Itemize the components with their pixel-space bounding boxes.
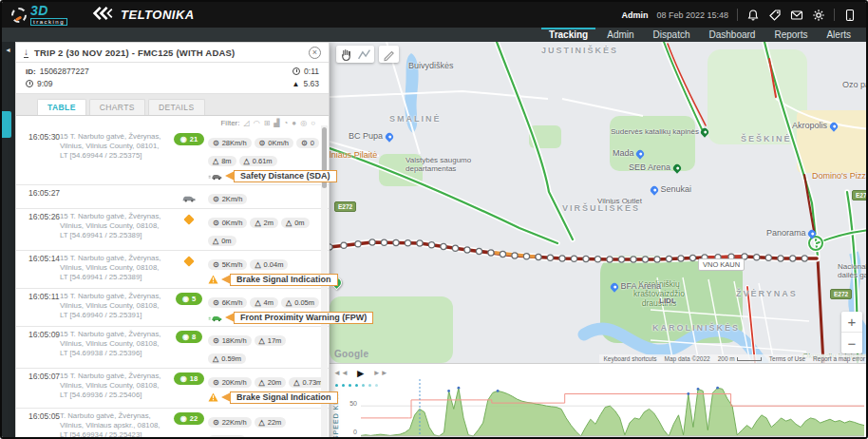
trip-duration: 9:09 — [37, 79, 53, 88]
table-row[interactable]: 16:05:1415 T. Narbuto gatvė, Žvėrynas, V… — [16, 251, 329, 289]
table-row[interactable]: 16:05:2615 T. Narbuto gatvė, Žvėrynas, V… — [16, 209, 329, 251]
table-row[interactable]: 16:05:0915 T. Narbuto gatvė, Žvėrynas, V… — [16, 327, 329, 369]
table-row[interactable]: 16:05:27⊙2Km/h — [16, 185, 329, 209]
main-nav: Tracking Admin Dispatch Dashboard Report… — [2, 28, 866, 42]
place-label: BFA Arena — [611, 281, 661, 291]
event-callout: Brake Signal Indication — [230, 391, 338, 404]
bell-icon[interactable] — [746, 9, 760, 22]
record-icon[interactable]: ◎ — [300, 120, 307, 127]
tab-charts[interactable]: CHARTS — [89, 99, 145, 115]
district-label: ŽVĖRYNAS — [736, 289, 798, 298]
nav-tracking[interactable]: Tracking — [549, 29, 588, 40]
zoom-out-button[interactable]: − — [841, 333, 862, 353]
keyboard-shortcuts-link[interactable]: Keyboard shortcuts — [604, 355, 657, 362]
data-chip: ⊙20Km/h — [208, 377, 252, 388]
tag-icon[interactable] — [768, 9, 782, 22]
table-row[interactable]: 16:05:3015 T. Narbuto gatvė, Žvėrynas, V… — [16, 129, 329, 185]
event-time: 16:05:26 — [16, 212, 60, 248]
data-chip: ⊙22Km/h — [208, 417, 252, 428]
eye-icon: ◉ — [180, 414, 187, 423]
nav-dispatch[interactable]: Dispatch — [653, 29, 690, 40]
place-label: Vilnius Outlet — [597, 197, 642, 205]
triangle-icon: △ — [286, 298, 292, 307]
eye-icon: ◉ — [182, 333, 189, 341]
nav-reports[interactable]: Reports — [774, 29, 807, 40]
route-polyline-icon[interactable] — [357, 48, 371, 62]
history-icon[interactable]: ◔ — [283, 120, 288, 127]
map-area[interactable]: JUSTINIŠKĖS ŠEŠKINĖ SMALINĖ VIRŠULIŠKĖS … — [330, 42, 868, 363]
gauge-icon: ⊙ — [213, 139, 219, 147]
data-chip: △0.59m — [208, 353, 246, 364]
event-time: 16:05:14 — [16, 254, 60, 286]
data-chip: ⊙18Km/h — [208, 335, 252, 346]
data-chip: ⊙28Km/h — [208, 138, 252, 148]
play-icon[interactable]: ► — [355, 368, 367, 379]
gauge-icon: ⊙ — [259, 139, 266, 147]
map-data-label: Map data ©2022 — [665, 355, 710, 362]
gear-icon[interactable] — [812, 9, 825, 22]
terms-link[interactable]: Terms of Use — [769, 355, 805, 362]
data-chip: △0.92m — [208, 435, 246, 439]
select-icon[interactable]: ◿ — [243, 120, 249, 127]
nav-dashboard[interactable]: Dashboard — [709, 29, 756, 40]
table-row[interactable]: 16:05:1115 T. Narbuto gatvė, Žvėrynas, V… — [16, 289, 329, 327]
trip-events-table: 16:05:3015 T. Narbuto gatvė, Žvėrynas, V… — [16, 129, 329, 439]
place-label: Mada — [613, 148, 644, 158]
pan-hand-icon[interactable] — [339, 48, 353, 62]
place-label: Valstybės saugumodepartamentas — [406, 156, 471, 173]
crop-icon[interactable]: ⊞ — [264, 120, 271, 127]
tab-details[interactable]: DETAILS — [148, 99, 205, 115]
speed-badge: ◉8 — [176, 331, 202, 343]
triangle-icon: △ — [213, 237, 218, 245]
datetime: 08 Feb 2022 15:48 — [656, 10, 728, 20]
road-badge: E272 — [852, 190, 868, 200]
trip-distance: 5.63 — [303, 79, 319, 88]
collapsed-sidebar[interactable]: ◄ — [2, 42, 15, 439]
nav-admin[interactable]: Admin — [607, 29, 633, 40]
app-window: 3D tracking TELTONIKA Admin 08 Feb 2022 … — [0, 0, 868, 439]
download-icon[interactable]: ↓ — [24, 48, 28, 58]
event-address: 15 T. Narbuto gatvė, Žvėrynas, Vilnius, … — [60, 212, 170, 248]
zoom-in-button[interactable]: + — [841, 312, 862, 333]
triangle-icon: △ — [259, 336, 265, 345]
district-label: SMALINĖ — [389, 114, 442, 124]
clock-icon — [292, 67, 300, 75]
fast-forward-icon[interactable]: ►► — [373, 370, 388, 377]
triangle-icon: △ — [293, 378, 299, 387]
place-label: Buivydiškės — [408, 61, 454, 70]
speed-badge: ◉5 — [176, 293, 202, 305]
signal-icon[interactable]: ▟ — [274, 120, 279, 127]
event-address: 15 T. Narbuto gatvė, Žvėrynas, Vilnius, … — [60, 372, 170, 406]
triangle-icon: △ — [259, 418, 265, 427]
draw-pencil-icon[interactable] — [382, 48, 396, 62]
trip-panel-header: ↓ TRIP 2 (30 NOV 2021) - FMC125 (WITH AD… — [16, 43, 329, 63]
circle-icon[interactable]: ○ — [311, 120, 315, 127]
gauge-icon: ⊙ — [301, 139, 308, 147]
data-chip: △4m — [250, 297, 278, 308]
data-chip: △8m — [208, 156, 236, 166]
sidebar-accent[interactable] — [2, 111, 11, 138]
district-label: ŠEŠKINĖ — [741, 134, 792, 143]
speed-chart[interactable] — [361, 379, 864, 438]
car-icon — [181, 189, 197, 206]
nav-alerts[interactable]: Alerts — [826, 29, 851, 40]
triangle-icon: △ — [259, 378, 265, 387]
report-error-link[interactable]: Report a map error — [813, 355, 865, 362]
data-chip: ⊙5Km/h — [208, 259, 247, 270]
event-time: 16:05:30 — [16, 132, 60, 182]
brand-tracking-text: tracking — [30, 18, 67, 26]
close-icon[interactable]: × — [309, 47, 321, 59]
stop-icon[interactable]: ● — [292, 120, 296, 127]
collapse-arrow-icon[interactable]: ◄ — [5, 47, 11, 53]
phone-icon[interactable] — [843, 9, 857, 22]
tab-table[interactable]: TABLE — [37, 99, 86, 115]
mail-icon[interactable] — [790, 9, 803, 22]
place-label: Sudervės katalikų kapinės — [611, 127, 708, 136]
triangle-icon: △ — [255, 219, 260, 227]
table-row[interactable]: 16:05:0715 T. Narbuto gatvė, Žvėrynas, V… — [16, 369, 329, 409]
google-logo: Google — [334, 349, 368, 359]
table-row[interactable]: 16:05:05T. Narbuto gatvė, Žvėrynas, Viln… — [16, 409, 329, 439]
curve-icon[interactable]: ◠ — [254, 120, 260, 127]
triangle-icon: △ — [213, 157, 218, 165]
top-bar: 3D tracking TELTONIKA Admin 08 Feb 2022 … — [2, 2, 866, 28]
